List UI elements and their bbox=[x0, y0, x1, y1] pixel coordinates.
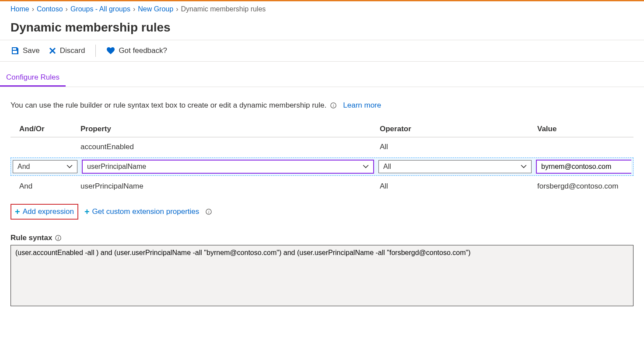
chevron-right-icon: › bbox=[66, 5, 68, 13]
chevron-down-icon bbox=[66, 164, 73, 170]
helper-text: You can use the rule builder or rule syn… bbox=[10, 101, 326, 110]
feedback-label: Got feedback? bbox=[119, 46, 167, 55]
save-label: Save bbox=[23, 46, 40, 55]
breadcrumb-current: Dynamic membership rules bbox=[181, 5, 266, 13]
cell-value: forsbergd@contoso.com bbox=[537, 182, 634, 191]
rules-table: And/Or Property Operator Value accountEn… bbox=[10, 125, 634, 196]
info-icon: i bbox=[330, 102, 337, 109]
svg-text:i: i bbox=[58, 236, 59, 241]
header-property: Property bbox=[80, 125, 380, 133]
page-title: Dynamic membership rules bbox=[10, 21, 634, 35]
info-icon: i bbox=[55, 234, 62, 241]
cell-andor: And bbox=[10, 182, 80, 191]
property-dropdown[interactable]: userPrincipalName bbox=[82, 160, 374, 174]
header-value: Value bbox=[537, 125, 634, 133]
tab-configure-rules[interactable]: Configure Rules bbox=[0, 70, 66, 87]
action-links: + Add expression + Get custom extension … bbox=[10, 204, 634, 220]
header-andor: And/Or bbox=[10, 125, 80, 133]
property-dropdown-value: userPrincipalName bbox=[87, 163, 146, 171]
breadcrumb-link-groups[interactable]: Groups - All groups bbox=[70, 5, 130, 13]
breadcrumb-link-contoso[interactable]: Contoso bbox=[37, 5, 63, 13]
plus-icon: + bbox=[84, 207, 90, 216]
chevron-down-icon bbox=[363, 164, 369, 170]
rule-syntax-label-row: Rule syntax i bbox=[10, 234, 634, 242]
info-icon: i bbox=[205, 208, 212, 215]
operator-dropdown-value: All bbox=[383, 163, 391, 171]
helper-text-row: You can use the rule builder or rule syn… bbox=[10, 101, 634, 110]
table-row-active: And userPrincipalName All bbox=[10, 157, 634, 176]
discard-label: Discard bbox=[60, 46, 85, 55]
feedback-button[interactable]: Got feedback? bbox=[106, 46, 167, 55]
table-row: accountEnabled All bbox=[10, 137, 634, 157]
plus-icon: + bbox=[15, 207, 20, 216]
learn-more-link[interactable]: Learn more bbox=[343, 101, 381, 110]
andor-dropdown[interactable]: And bbox=[13, 160, 77, 173]
header-operator: Operator bbox=[380, 125, 537, 133]
table-row: And userPrincipalName All forsbergd@cont… bbox=[10, 177, 634, 196]
add-expression-highlight: + Add expression bbox=[10, 204, 78, 220]
operator-dropdown[interactable]: All bbox=[378, 160, 532, 173]
chevron-right-icon: › bbox=[133, 5, 135, 13]
rule-syntax-textarea[interactable] bbox=[10, 245, 634, 306]
save-button[interactable]: Save bbox=[10, 46, 40, 55]
add-expression-button[interactable]: + Add expression bbox=[15, 207, 74, 216]
breadcrumb-link-newgroup[interactable]: New Group bbox=[138, 5, 173, 13]
discard-button[interactable]: Discard bbox=[49, 46, 85, 55]
toolbar: Save Discard Got feedback? bbox=[0, 40, 644, 62]
tabs: Configure Rules bbox=[0, 62, 644, 87]
chevron-down-icon bbox=[521, 164, 527, 170]
cell-operator: All bbox=[380, 182, 537, 191]
add-expression-label: Add expression bbox=[23, 207, 74, 216]
cell-property: accountEnabled bbox=[80, 143, 380, 151]
cell-property: userPrincipalName bbox=[80, 182, 380, 191]
breadcrumb: Home › Contoso › Groups - All groups › N… bbox=[0, 1, 644, 17]
svg-text:i: i bbox=[208, 210, 210, 214]
save-icon bbox=[10, 46, 19, 55]
value-input[interactable] bbox=[536, 160, 631, 174]
rules-header: And/Or Property Operator Value bbox=[10, 125, 634, 137]
svg-text:i: i bbox=[333, 103, 334, 108]
get-custom-extension-button[interactable]: + Get custom extension properties bbox=[84, 207, 199, 216]
heart-icon bbox=[106, 46, 115, 55]
close-icon bbox=[49, 47, 56, 55]
toolbar-divider bbox=[95, 45, 96, 57]
rule-syntax-label: Rule syntax bbox=[10, 234, 52, 242]
cell-operator: All bbox=[380, 143, 537, 151]
titlebar: Dynamic membership rules bbox=[0, 17, 644, 40]
andor-dropdown-value: And bbox=[18, 163, 30, 171]
chevron-right-icon: › bbox=[176, 5, 178, 13]
chevron-right-icon: › bbox=[32, 5, 34, 13]
breadcrumb-link-home[interactable]: Home bbox=[10, 5, 29, 13]
get-custom-extension-label: Get custom extension properties bbox=[92, 207, 200, 216]
